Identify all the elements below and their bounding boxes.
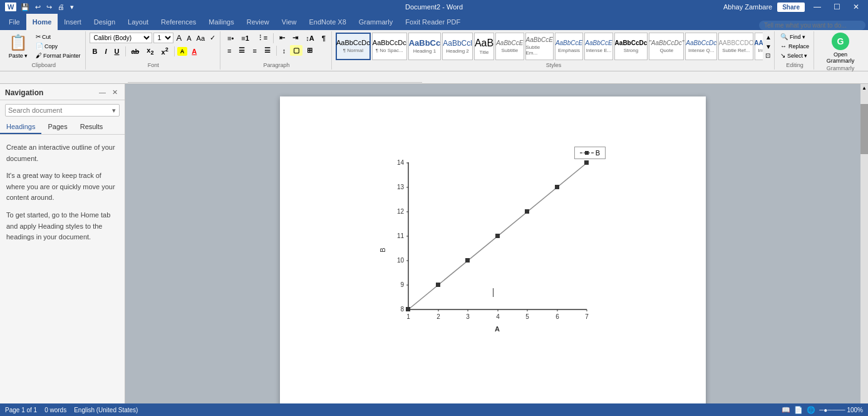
multilevel-list-button[interactable]: ⋮≡ (254, 33, 271, 43)
text-highlight-button[interactable]: A (177, 47, 188, 56)
nav-pin-button[interactable]: — (97, 88, 108, 97)
copy-button[interactable]: 📄 Copy (34, 42, 83, 50)
numbered-list-button[interactable]: ≡1 (238, 33, 252, 43)
style-quote[interactable]: "AaBbCcDc" Quote (649, 33, 684, 60)
style-subtitle[interactable]: AaBbCcE Subtitle (495, 33, 524, 60)
change-case-button[interactable]: Aa (195, 34, 207, 43)
style-heading2[interactable]: AaBbCcl Heading 2 (442, 33, 473, 60)
italic-button[interactable]: I (101, 46, 110, 56)
nav-tab-headings[interactable]: Headings (0, 120, 41, 134)
replace-button[interactable]: ↔ Replace (778, 42, 811, 50)
document-page[interactable]: B B 8 9 (280, 96, 706, 410)
web-layout-button[interactable]: 🌐 (807, 406, 815, 414)
styles-scroll-up[interactable]: ▲ (765, 34, 772, 41)
tab-insert[interactable]: Insert (58, 14, 88, 30)
maximize-btn[interactable]: ☐ (830, 1, 844, 13)
style-no-spacing[interactable]: AaBbCcDc ¶ No Spac... (372, 33, 407, 60)
strikethrough-button[interactable]: ab (128, 46, 143, 56)
tab-endnote[interactable]: EndNote X8 (302, 14, 352, 30)
underline-button[interactable]: U (111, 46, 123, 56)
style-normal[interactable]: AaBbCcDc ¶ Normal (336, 33, 371, 60)
increase-indent-button[interactable]: ⇥ (289, 33, 301, 43)
bold-button[interactable]: B (90, 46, 101, 56)
font-shrink-button[interactable]: A (185, 34, 193, 43)
tab-foxit[interactable]: Foxit Reader PDF (399, 14, 467, 30)
tab-view[interactable]: View (276, 14, 303, 30)
format-painter-button[interactable]: 🖌 Format Painter (34, 51, 83, 60)
tab-grammarly[interactable]: Grammarly (353, 14, 399, 30)
style-subtle-ref[interactable]: AaBbCcDc Subtle Ref... (718, 33, 753, 60)
undo-btn[interactable]: ↩ (33, 3, 43, 12)
share-button[interactable]: Share (777, 3, 805, 12)
style-strong[interactable]: AaBbCcDc Strong (614, 33, 648, 60)
superscript-button[interactable]: x2 (158, 45, 172, 57)
navigation-title: Navigation (5, 88, 43, 97)
show-formatting-button[interactable]: ¶ (319, 33, 329, 43)
vertical-scrollbar[interactable]: ▲ ▼ (860, 84, 868, 416)
clear-format-button[interactable]: ✓ (208, 33, 217, 43)
zoom-slider[interactable]: ─●──── 100% (819, 407, 863, 413)
tab-file[interactable]: File (3, 14, 26, 30)
borders-button[interactable]: ⊞ (304, 45, 316, 56)
style-intense-em[interactable]: AaBbCcE Intense E... (584, 33, 612, 60)
font-size-select[interactable]: 11 (153, 33, 173, 43)
print-layout-button[interactable]: 📄 (794, 406, 803, 414)
shading-button[interactable]: ▢ (290, 45, 302, 56)
close-btn[interactable]: ✕ (849, 1, 863, 13)
scroll-thumb[interactable] (860, 104, 868, 154)
align-center-button[interactable]: ☰ (235, 45, 248, 56)
styles-expand[interactable]: ⊡ (765, 52, 772, 59)
sort-button[interactable]: ↕A (302, 33, 317, 43)
main-area: Navigation — ✕ ▾ Headings Pages Results … (0, 84, 868, 416)
tab-references[interactable]: References (155, 14, 202, 30)
ribbon-search-input[interactable] (759, 21, 865, 30)
select-button[interactable]: ↘ Select ▾ (778, 51, 810, 60)
style-intense-re[interactable]: AaBbCcDc Intense Re... (755, 33, 763, 60)
style-emphasis[interactable]: AaBbCcE Emphasis (555, 33, 583, 60)
user-name[interactable]: Abhay Zambare (723, 3, 772, 11)
subscript-button[interactable]: x2 (143, 45, 157, 57)
minimize-btn[interactable]: — (810, 1, 825, 13)
paste-label[interactable]: Paste ▾ (9, 53, 28, 59)
bookmark-btn[interactable]: ▾ (68, 3, 76, 12)
word-icon[interactable]: W (5, 3, 16, 11)
font-grow-button[interactable]: A (175, 33, 184, 43)
line-spacing-button[interactable]: ↕ (279, 46, 289, 56)
style-intense-q[interactable]: AaBbCcDc Intense Q... (685, 33, 717, 60)
style-heading1[interactable]: AaBbCc Heading 1 (408, 33, 442, 60)
scroll-up-button[interactable]: ▲ (860, 84, 868, 91)
bullet-list-button[interactable]: ≡• (224, 33, 237, 43)
open-grammarly-button[interactable]: OpenGrammarly (827, 51, 855, 64)
align-left-button[interactable]: ≡ (224, 46, 234, 56)
align-right-button[interactable]: ≡ (249, 46, 259, 56)
font-color-button[interactable]: A (189, 46, 200, 56)
font-name-select[interactable]: Calibri (Body) (90, 33, 152, 43)
nav-tab-results[interactable]: Results (74, 120, 110, 134)
save-btn[interactable]: 💾 (19, 3, 31, 12)
nav-search-input[interactable] (6, 105, 109, 116)
cut-button[interactable]: ✂ Cut (34, 33, 83, 41)
redo-btn[interactable]: ↪ (44, 3, 54, 12)
nav-close-button[interactable]: ✕ (110, 88, 120, 97)
tab-layout[interactable]: Layout (121, 14, 155, 30)
style-title[interactable]: AaB Title (474, 33, 494, 60)
decrease-indent-button[interactable]: ⇤ (276, 33, 288, 43)
tab-review[interactable]: Review (240, 14, 276, 30)
tab-home[interactable]: Home (26, 14, 58, 30)
document-area[interactable]: B B 8 9 (125, 84, 860, 416)
read-mode-button[interactable]: 📖 (782, 406, 790, 414)
grammarly-circle-button[interactable]: G (832, 33, 849, 50)
styles-scroll-down[interactable]: ▼ (765, 43, 772, 50)
nav-tabs: Headings Pages Results (0, 120, 125, 135)
find-button[interactable]: 🔍 Find ▾ (778, 33, 807, 41)
tab-design[interactable]: Design (88, 14, 121, 30)
justify-button[interactable]: ☰ (261, 45, 274, 56)
tab-mailings[interactable]: Mailings (202, 14, 240, 30)
nav-tab-pages[interactable]: Pages (41, 120, 73, 134)
style-subtle-em[interactable]: AaBbCcE Subtle Em... (525, 33, 554, 60)
paragraph-group: ≡• ≡1 ⋮≡ ⇤ ⇥ ↕A ¶ ≡ ☰ ≡ ☰ ↕ ▢ ⊞ Paragrap… (222, 31, 332, 70)
paste-button[interactable]: 📋 (5, 33, 31, 53)
nav-search-button[interactable]: ▾ (109, 105, 119, 116)
title-bar-left: W 💾 ↩ ↪ 🖨 ▾ (5, 3, 76, 12)
print-btn[interactable]: 🖨 (56, 3, 66, 11)
